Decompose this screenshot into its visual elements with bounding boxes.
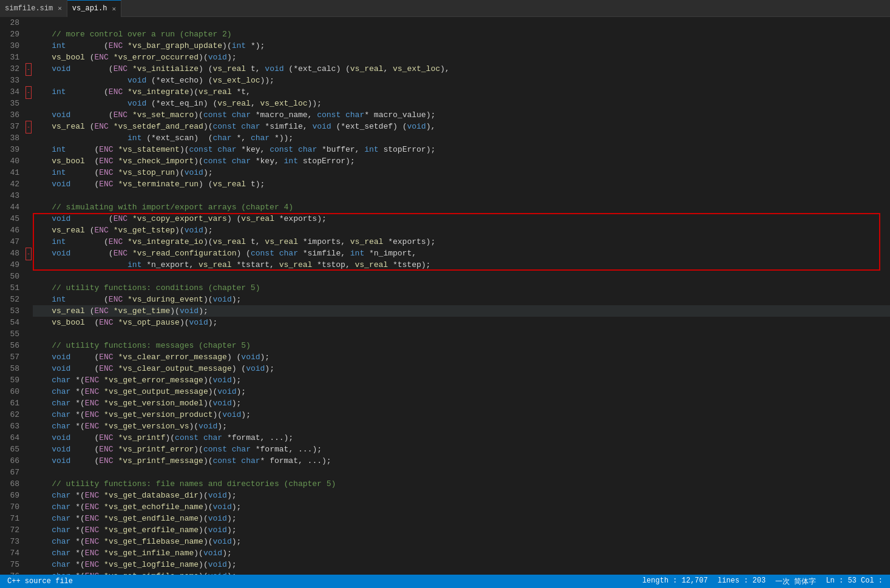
line-num-29: 29 [0,29,19,40]
code-line-60: char *(ENC *vs_get_output_message)(void)… [33,386,890,397]
tab-vsapi[interactable]: vs_api.h ✕ [67,0,121,17]
code-line-32: void (ENC *vs_initialize) (vs_real t, vo… [33,63,890,75]
line-num-51: 51 [0,282,19,294]
code-line-71: char *(ENC *vs_get_endfile_name)(void); [33,513,890,524]
code-line-55 [33,328,890,340]
fold-28 [24,17,33,29]
code-line-61: char *(ENC *vs_get_version_model)(void); [33,397,890,409]
fold-43 [24,190,33,201]
line-num-48: 48 [0,248,19,259]
line-num-67: 67 [0,467,19,478]
code-line-30: int (ENC *vs_bar_graph_update)(int *); [33,40,890,52]
line-num-50: 50 [0,271,19,282]
fold-45 [24,213,33,225]
fold-31 [24,52,33,63]
line-num-61: 61 [0,397,19,409]
fold-71 [24,513,33,524]
line-num-65: 65 [0,444,19,455]
fold-54 [24,317,33,328]
code-line-75: char *(ENC *vs_get_logfile_name)(void); [33,559,890,570]
fold-34[interactable]: - [24,86,33,98]
fold-35 [24,98,33,109]
code-line-48: void (ENC *vs_read_configuration) (const… [33,248,890,259]
line-num-44: 44 [0,201,19,213]
code-line-59: char *(ENC *vs_get_error_message)(void); [33,374,890,386]
code-line-51: // utility functions: conditions (chapte… [33,282,890,294]
fold-59 [24,374,33,386]
code-line-72: char *(ENC *vs_get_erdfile_name)(void); [33,524,890,536]
fold-44 [24,201,33,213]
fold-51 [24,282,33,294]
fold-42 [24,178,33,190]
code-line-47: int (ENC *vs_integrate_io)(vs_real t, vs… [33,236,890,248]
line-num-34: 34 [0,86,19,98]
fold-37[interactable]: - [24,121,33,132]
fold-61 [24,397,33,409]
length-label: length : 12,707 [642,576,708,587]
tab-simfile-close[interactable]: ✕ [58,4,62,12]
line-num-30: 30 [0,40,19,52]
tab-vsapi-close[interactable]: ✕ [112,5,116,13]
fold-56 [24,340,33,351]
line-num-58: 58 [0,363,19,374]
fold-50 [24,271,33,282]
editor-body: 2829303132333435363738394041424344454647… [0,17,890,575]
fold-gutter: ----- [24,17,33,575]
fold-49 [24,259,33,271]
code-line-58: void (ENC *vs_clear_output_message) (voi… [33,363,890,374]
line-num-69: 69 [0,490,19,501]
code-line-40: vs_bool (ENC *vs_check_import)(const cha… [33,155,890,167]
line-num-59: 59 [0,374,19,386]
line-num-54: 54 [0,317,19,328]
line-num-70: 70 [0,501,19,513]
fold-29 [24,29,33,40]
line-num-66: 66 [0,455,19,467]
line-num-63: 63 [0,421,19,432]
code-line-46: vs_real (ENC *vs_get_tstep)(void); [33,225,890,236]
fold-63 [24,421,33,432]
code-line-65: void (ENC *vs_printf_error)(const char *… [33,444,890,455]
code-line-39: int (ENC *vs_statement)(const char *key,… [33,144,890,155]
fold-66 [24,455,33,467]
code-line-29: // more control over a run (chapter 2) [33,29,890,40]
code-line-68: // utility functions: file names and dir… [33,478,890,490]
line-num-49: 49 [0,259,19,271]
file-type-label: C++ source file [7,577,73,586]
fold-62 [24,409,33,421]
encoding-label: 一次 简体字 [775,576,816,587]
line-num-36: 36 [0,109,19,121]
code-line-50 [33,271,890,282]
code-line-44: // simulating with import/export arrays … [33,201,890,213]
fold-73 [24,536,33,547]
editor-container: simfile.sim ✕ vs_api.h ✕ 282930313233343… [0,0,890,588]
code-line-36: void (ENC *vs_set_macro)(const char *mac… [33,109,890,121]
code-line-66: void (ENC *vs_printf_message)(const char… [33,455,890,467]
line-num-73: 73 [0,536,19,547]
status-right: length : 12,707 lines : 203 一次 简体字 Ln : … [642,576,883,587]
code-line-64: void (ENC *vs_printf)(const char *format… [33,432,890,444]
fold-53 [24,305,33,317]
code-line-35: void (*ext_eq_in) (vs_real, vs_ext_loc))… [33,98,890,109]
code-line-63: char *(ENC *vs_get_version_vs)(void); [33,421,890,432]
fold-33 [24,75,33,86]
code-line-67 [33,467,890,478]
line-num-40: 40 [0,155,19,167]
fold-30 [24,40,33,52]
fold-39 [24,144,33,155]
line-num-35: 35 [0,98,19,109]
code-line-38: int (*ext_scan) (char *, char *)); [33,132,890,144]
tab-simfile[interactable]: simfile.sim ✕ [0,0,67,17]
code-line-37: vs_real (ENC *vs_setdef_and_read)(const … [33,121,890,132]
fold-65 [24,444,33,455]
line-num-56: 56 [0,340,19,351]
code-wrapper: // more control over a run (chapter 2) i… [33,17,890,575]
fold-48[interactable]: - [24,248,33,259]
fold-32[interactable]: - [24,63,33,75]
fold-75 [24,559,33,570]
line-num-53: 53 [0,305,19,317]
tab-vsapi-label: vs_api.h [72,4,107,13]
fold-74 [24,547,33,559]
code-line-74: char *(ENC *vs_get_infile_name)(void); [33,547,890,559]
code-line-69: char *(ENC *vs_get_database_dir)(void); [33,490,890,501]
fold-72 [24,524,33,536]
